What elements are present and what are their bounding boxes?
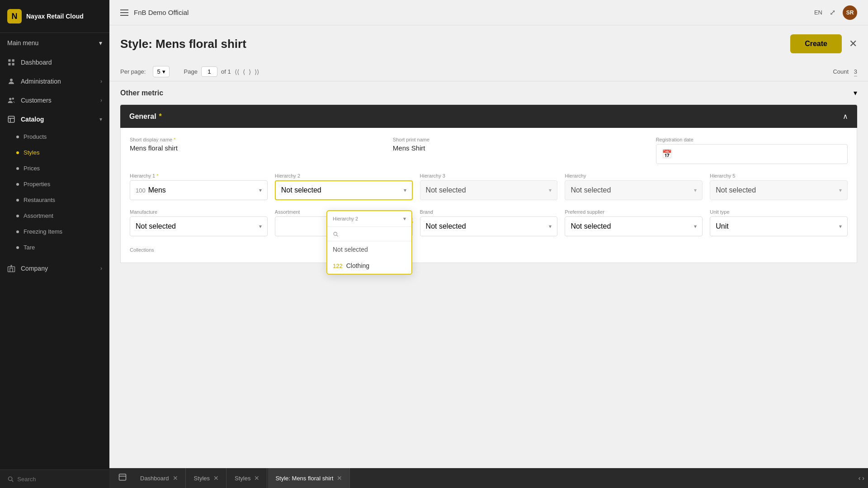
app-name: Nayax Retail Cloud xyxy=(26,13,84,20)
general-chevron: ∧ xyxy=(843,112,848,121)
tab-home[interactable] xyxy=(113,473,132,483)
tab-dashboard-close[interactable]: ✕ xyxy=(173,474,178,482)
topbar-title: FnB Demo Official xyxy=(134,9,189,16)
preferred-supplier-dropdown[interactable]: Not selected ▾ xyxy=(565,216,703,236)
unit-type-dropdown[interactable]: Unit ▾ xyxy=(710,216,848,236)
sidebar-item-dashboard[interactable]: Dashboard xyxy=(0,53,109,72)
short-print-name-field: Short print name Mens Shirt xyxy=(393,137,649,164)
hierarchy4-dropdown[interactable]: Not selected ▾ xyxy=(565,180,703,200)
brand-label: Brand xyxy=(420,209,558,215)
form-row-1: Short display name * Mens floral shirt S… xyxy=(130,137,848,164)
sidebar-item-label-catalog: Catalog xyxy=(21,116,44,123)
hamburger-menu[interactable] xyxy=(120,9,128,16)
tab-styles1-close[interactable]: ✕ xyxy=(213,474,219,482)
page-first-btn[interactable]: ⟨⟨ xyxy=(235,68,239,75)
submenu-item-freezing[interactable]: Freezing Items xyxy=(0,224,109,239)
page-number-input[interactable] xyxy=(201,66,217,77)
sidebar-search-bar[interactable] xyxy=(0,469,109,488)
svg-line-13 xyxy=(12,480,13,482)
svg-rect-7 xyxy=(8,116,14,122)
svg-point-5 xyxy=(9,98,11,100)
people-icon xyxy=(7,96,15,104)
tab-styles2-close[interactable]: ✕ xyxy=(254,474,259,482)
page-next-btn[interactable]: ⟩ xyxy=(249,68,251,75)
tab-next-btn[interactable]: › xyxy=(862,474,864,482)
preferred-supplier-field: Preferred supplier Not selected ▾ xyxy=(565,209,703,236)
per-page-select[interactable]: 5 ▾ xyxy=(153,66,169,77)
hierarchy3-dropdown[interactable]: Not selected ▾ xyxy=(420,180,558,200)
registration-date-input[interactable]: 📅 xyxy=(656,144,848,164)
svg-rect-0 xyxy=(8,59,10,61)
dropdown-search-bar[interactable] xyxy=(327,227,411,241)
chevron-right-company: › xyxy=(100,265,102,272)
create-button[interactable]: Create xyxy=(790,34,842,53)
option-num: 122 xyxy=(333,263,343,269)
submenu-label-tare: Tare xyxy=(24,244,35,251)
bottom-tabs: Dashboard ✕ Styles ✕ Styles ✕ Style: Men… xyxy=(109,468,868,488)
submenu-label-prices: Prices xyxy=(24,165,40,172)
registration-date-label: Registration date xyxy=(656,137,848,142)
language-badge[interactable]: EN xyxy=(814,9,822,16)
dot-icon-active xyxy=(16,151,19,154)
hierarchy2-label: Hierarchy 2 xyxy=(275,173,413,178)
hierarchy5-field: Hierarchy 5 Not selected ▾ xyxy=(710,173,848,200)
svg-point-14 xyxy=(334,232,337,235)
tab-style-mens-label: Style: Mens floral shirt xyxy=(275,475,333,482)
top-bar: FnB Demo Official EN ⤢ SR xyxy=(109,0,868,25)
dropdown-search-input[interactable] xyxy=(341,230,406,237)
user-avatar[interactable]: SR xyxy=(843,5,857,20)
hierarchy1-dropdown[interactable]: 100 Mens ▾ xyxy=(130,180,268,200)
submenu-label-products: Products xyxy=(24,133,47,140)
submenu-item-properties[interactable]: Properties xyxy=(0,176,109,192)
dropdown-option-not-selected[interactable]: Not selected xyxy=(327,241,411,258)
tab-styles1[interactable]: Styles ✕ xyxy=(187,468,226,488)
hierarchy4-label: Hierarchy xyxy=(565,173,703,178)
main-menu-toggle[interactable]: Main menu ▾ xyxy=(0,33,109,53)
sidebar-item-catalog[interactable]: Catalog ▾ xyxy=(0,110,109,129)
tab-dashboard[interactable]: Dashboard ✕ xyxy=(133,468,186,488)
submenu-item-prices[interactable]: Prices xyxy=(0,160,109,176)
other-metric-section[interactable]: Other metric ▾ xyxy=(120,81,857,105)
tab-style-mens[interactable]: Style: Mens floral shirt ✕ xyxy=(268,468,350,488)
general-title: General * xyxy=(129,113,162,121)
general-header[interactable]: General * ∧ xyxy=(120,105,857,128)
sidebar-logo[interactable]: N Nayax Retail Cloud xyxy=(0,0,109,33)
submenu-item-products[interactable]: Products xyxy=(0,129,109,145)
of-label: of 1 xyxy=(221,68,231,75)
unit-type-field: Unit type Unit ▾ xyxy=(710,209,848,236)
tab-prev-btn[interactable]: ‹ xyxy=(859,474,861,482)
sidebar-item-company[interactable]: Company › xyxy=(0,259,109,278)
manufacture-field: Manufacture Not selected ▾ xyxy=(130,209,268,236)
dropdown-chevron-unit: ▾ xyxy=(839,223,842,230)
other-metric-chevron: ▾ xyxy=(854,89,857,97)
submenu-item-restaurants[interactable]: Restaurants xyxy=(0,192,109,208)
close-page-button[interactable]: ✕ xyxy=(849,38,857,50)
sidebar-item-label-company: Company xyxy=(21,265,48,272)
page-prev-btn[interactable]: ⟨ xyxy=(243,68,245,75)
content-area: Other metric ▾ General * ∧ xyxy=(109,81,868,468)
search-input[interactable] xyxy=(17,476,102,483)
tab-styles2[interactable]: Styles ✕ xyxy=(227,468,267,488)
hierarchy3-label: Hierarchy 3 xyxy=(420,173,558,178)
hierarchy5-dropdown[interactable]: Not selected ▾ xyxy=(710,180,848,200)
expand-icon[interactable]: ⤢ xyxy=(830,8,835,17)
submenu-item-assortment[interactable]: Assortment xyxy=(0,208,109,224)
brand-dropdown[interactable]: Not selected ▾ xyxy=(420,216,558,236)
dropdown-option-clothing[interactable]: 122 Clothing xyxy=(327,258,411,274)
tab-style-mens-close[interactable]: ✕ xyxy=(337,474,342,482)
chevron-down-icon: ▾ xyxy=(99,116,102,122)
brand-field: Brand Not selected ▾ xyxy=(420,209,558,236)
main-content: FnB Demo Official EN ⤢ SR Style: Mens fl… xyxy=(109,0,868,488)
grid-icon xyxy=(7,58,15,66)
submenu-item-tare[interactable]: Tare xyxy=(0,239,109,255)
hierarchy2-dropdown[interactable]: Not selected ▾ xyxy=(275,180,413,200)
submenu-item-styles[interactable]: Styles xyxy=(0,145,109,160)
form-row-3: Manufacture Not selected ▾ Assortment ▾ xyxy=(130,209,848,236)
person-icon xyxy=(7,77,15,85)
hierarchy1-value: Mens xyxy=(148,186,166,194)
page-last-btn[interactable]: ⟩⟩ xyxy=(255,68,259,75)
sidebar-item-administration[interactable]: Administration › xyxy=(0,72,109,91)
manufacture-dropdown[interactable]: Not selected ▾ xyxy=(130,216,268,236)
search-icon xyxy=(7,475,14,483)
sidebar-item-customers[interactable]: Customers › xyxy=(0,91,109,110)
